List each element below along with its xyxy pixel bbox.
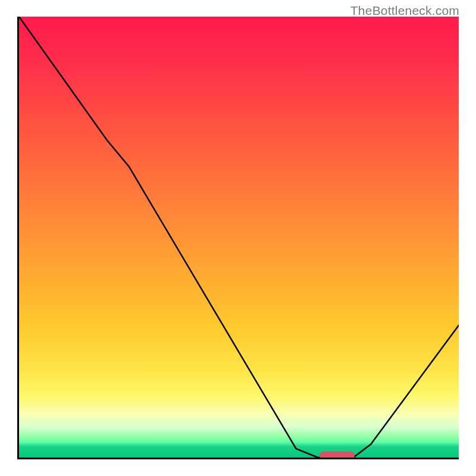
chart-stage: TheBottleneck.com: [0, 0, 476, 476]
background-gradient: [19, 17, 459, 458]
plot-area: [17, 17, 459, 459]
watermark-text: TheBottleneck.com: [350, 4, 459, 18]
optimal-marker: [320, 452, 355, 459]
